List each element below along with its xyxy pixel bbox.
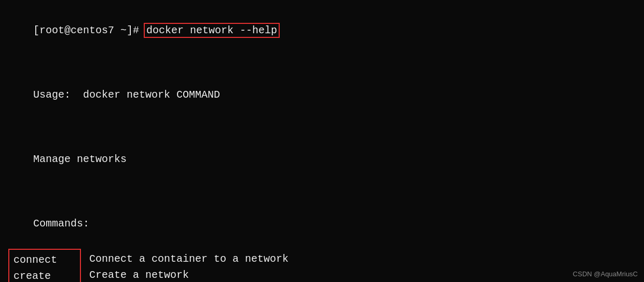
desc-create: Create a network — [89, 267, 413, 282]
commands-descs-box: Connect a container to a network Create … — [85, 249, 417, 282]
commands-names-box: connect create disconnect inspect ls pru… — [8, 249, 81, 282]
terminal-container: [root@centos7 ~]# docker network --help … — [8, 6, 636, 282]
cmd-connect: connect — [13, 252, 76, 268]
usage-line: Usage: docker network COMMAND — [8, 71, 636, 119]
prompt-line-1: [root@centos7 ~]# docker network --help — [8, 6, 636, 55]
commands-label-line: Commands: — [8, 199, 636, 248]
command-text: docker network --help — [145, 24, 278, 36]
watermark: CSDN @AquaMriusC — [573, 270, 638, 278]
prompt-text-1: [root@centos7 ~]# — [33, 24, 145, 36]
blank-line-1 — [8, 55, 636, 71]
cmd-create: create — [13, 268, 76, 282]
blank-line-2 — [8, 119, 636, 135]
manage-line: Manage networks — [8, 135, 636, 183]
commands-section: connect create disconnect inspect ls pru… — [8, 249, 636, 282]
blank-line-3 — [8, 183, 636, 199]
desc-connect: Connect a container to a network — [89, 251, 413, 267]
